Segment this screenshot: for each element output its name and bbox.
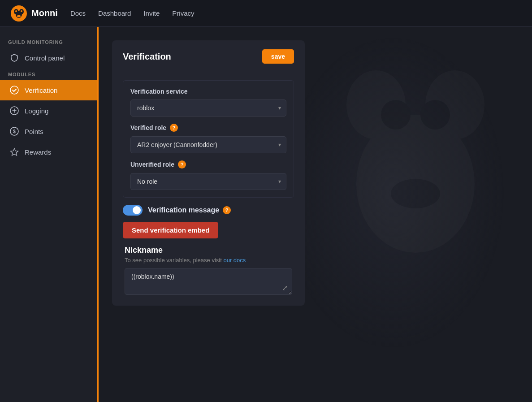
verification-message-section: Verification message ? Send verification… (123, 205, 294, 238)
verification-service-select[interactable]: roblox other (130, 99, 286, 117)
svg-point-6 (17, 15, 21, 17)
svg-point-15 (381, 100, 411, 130)
svg-point-14 (425, 70, 484, 139)
brand: Monni (11, 5, 58, 22)
our-docs-link[interactable]: our docs (223, 257, 246, 264)
sidebar-item-logging[interactable]: Logging (0, 100, 97, 121)
verified-role-help-icon[interactable]: ? (170, 124, 178, 132)
control-panel-label: Control panel (25, 54, 65, 62)
verification-service-label: Verification service (130, 88, 286, 95)
svg-text:$: $ (13, 129, 16, 134)
navbar-links: Docs Dashboard Invite Privacy (70, 9, 195, 17)
nickname-title: Nickname (125, 246, 292, 255)
nickname-textarea[interactable]: ((roblox.name)) (125, 268, 292, 295)
sidebar-item-control-panel[interactable]: Control panel (0, 48, 97, 68)
rewards-label: Rewards (25, 148, 51, 156)
send-embed-wrapper: Send verification embed (123, 220, 294, 238)
nickname-textarea-wrapper: ((roblox.name)) ⤢ (125, 268, 292, 297)
nav-invite[interactable]: Invite (143, 9, 160, 17)
svg-point-16 (420, 100, 450, 130)
verified-role-select[interactable]: AR2 enjoyer (Cannonfodder) No role (130, 136, 286, 153)
sidebar: GUILD MONITORING Control panel MODULES V… (0, 27, 99, 402)
plus-circle-icon (9, 106, 19, 116)
logging-label: Logging (25, 107, 48, 115)
verified-role-field: Verified role ? AR2 enjoyer (Cannonfodde… (130, 124, 286, 153)
sidebar-item-rewards[interactable]: Rewards (0, 142, 97, 162)
card-body: Verification service roblox other ▾ (112, 71, 305, 306)
svg-point-13 (346, 70, 406, 139)
brand-icon (11, 5, 27, 22)
svg-point-4 (15, 10, 17, 12)
verification-label: Verification (25, 86, 57, 94)
verification-card: Verification save Verification service r… (112, 40, 305, 306)
verified-role-select-wrapper: AR2 enjoyer (Cannonfodder) No role ▾ (130, 136, 286, 153)
unverified-role-field: Unverified role ? No role ▾ (130, 160, 286, 190)
toggle-row: Verification message ? (123, 205, 294, 216)
content-area: Verification save Verification service r… (99, 27, 532, 402)
modules-label: MODULES (0, 68, 97, 80)
check-circle-icon (9, 85, 19, 95)
unverified-role-select-wrapper: No role ▾ (130, 173, 286, 190)
nickname-section: Nickname To see possible variables, plea… (123, 246, 294, 297)
navbar: Monni Docs Dashboard Invite Privacy (0, 0, 532, 27)
expand-icon[interactable]: ⤢ (282, 284, 288, 292)
nickname-subtitle: To see possible variables, please visit … (125, 257, 292, 264)
card-header: Verification save (112, 40, 305, 71)
verified-role-label: Verified role ? (130, 124, 286, 132)
svg-point-12 (356, 115, 475, 253)
verification-message-label: Verification message ? (148, 206, 231, 214)
send-embed-button[interactable]: Send verification embed (123, 222, 218, 238)
shield-icon (9, 53, 19, 63)
star-icon (9, 147, 19, 157)
sidebar-item-verification[interactable]: Verification (0, 80, 97, 100)
svg-point-7 (10, 86, 18, 94)
main-layout: GUILD MONITORING Control panel MODULES V… (0, 27, 532, 402)
save-button[interactable]: save (262, 49, 294, 64)
card-title: Verification (123, 52, 171, 62)
verification-service-select-wrapper: roblox other ▾ (130, 99, 286, 117)
svg-point-17 (391, 179, 440, 208)
watermark-icon (312, 36, 519, 282)
svg-point-5 (21, 10, 22, 12)
nav-dashboard[interactable]: Dashboard (98, 9, 131, 17)
verification-service-field: Verification service roblox other ▾ (130, 88, 286, 117)
unverified-role-label: Unverified role ? (130, 160, 286, 169)
verification-message-help-icon[interactable]: ? (223, 206, 231, 214)
dollar-circle-icon: $ (9, 126, 19, 136)
points-label: Points (25, 128, 43, 135)
unverified-role-help-icon[interactable]: ? (178, 160, 186, 169)
roles-section: Verification service roblox other ▾ (123, 80, 294, 198)
sidebar-item-points[interactable]: $ Points (0, 121, 97, 142)
guild-monitoring-label: GUILD MONITORING (0, 36, 97, 48)
unverified-role-select[interactable]: No role (130, 173, 286, 190)
nav-docs[interactable]: Docs (70, 9, 86, 17)
brand-name: Monni (31, 8, 58, 18)
verification-message-toggle[interactable] (123, 205, 143, 216)
nav-privacy[interactable]: Privacy (172, 9, 194, 17)
svg-marker-11 (11, 148, 18, 156)
